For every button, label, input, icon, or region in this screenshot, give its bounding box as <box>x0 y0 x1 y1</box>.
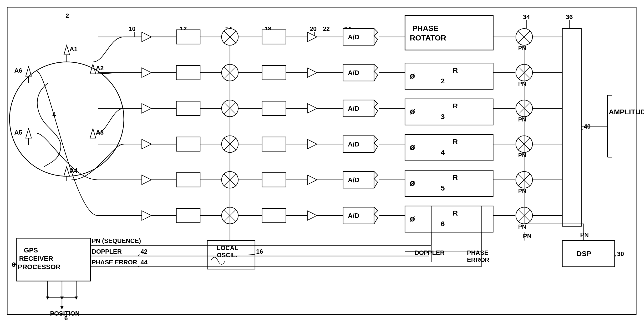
svg-text:A/D: A/D <box>348 212 359 219</box>
svg-rect-55 <box>176 101 200 116</box>
svg-rect-211 <box>562 28 581 226</box>
svg-text:34: 34 <box>523 13 530 20</box>
svg-rect-102 <box>262 101 286 116</box>
svg-text:PN (SEQUENCE): PN (SEQUENCE) <box>92 237 141 244</box>
svg-text:A/D: A/D <box>348 140 359 148</box>
svg-text:5: 5 <box>441 184 445 192</box>
svg-text:PN: PN <box>523 232 532 240</box>
svg-rect-155 <box>405 99 493 125</box>
svg-text:PN: PN <box>518 224 526 230</box>
svg-text:R: R <box>453 209 458 217</box>
svg-text:ø: ø <box>410 71 415 80</box>
svg-text:ø: ø <box>410 178 415 188</box>
svg-rect-104 <box>262 173 286 187</box>
svg-text:A/D: A/D <box>348 176 359 184</box>
diagram: A1 A2 A3 A4 A5 A6 2 4 <box>0 0 644 322</box>
svg-rect-101 <box>262 66 286 80</box>
svg-text:PHASE: PHASE <box>467 249 488 256</box>
svg-text:ERROR: ERROR <box>467 256 489 264</box>
svg-text:R: R <box>453 102 458 110</box>
svg-text:ROTATOR: ROTATOR <box>410 34 446 42</box>
svg-rect-163 <box>405 170 493 196</box>
svg-text:20: 20 <box>310 25 317 32</box>
svg-text:2: 2 <box>66 12 69 19</box>
svg-text:GPS: GPS <box>24 246 38 254</box>
svg-text:ø: ø <box>410 106 415 116</box>
svg-rect-100 <box>262 30 286 44</box>
svg-text:PROCESSOR: PROCESSOR <box>18 263 60 270</box>
svg-text:10: 10 <box>129 25 136 32</box>
svg-text:PN: PN <box>518 152 526 158</box>
svg-rect-105 <box>262 208 286 223</box>
svg-text:44: 44 <box>140 259 148 266</box>
svg-text:R: R <box>453 66 458 74</box>
svg-text:3: 3 <box>441 113 445 120</box>
svg-text:PHASE ERROR: PHASE ERROR <box>92 259 137 266</box>
svg-text:ø: ø <box>410 214 415 224</box>
svg-text:16: 16 <box>256 248 263 255</box>
svg-text:A2: A2 <box>96 64 104 72</box>
svg-text:A/D: A/D <box>348 105 359 112</box>
svg-text:R: R <box>453 174 458 181</box>
svg-text:OSCIL.: OSCIL. <box>217 252 238 259</box>
svg-text:DSP: DSP <box>576 250 591 258</box>
svg-text:DOPPLER: DOPPLER <box>414 249 444 256</box>
svg-rect-53 <box>176 30 200 44</box>
svg-text:AMPLITUDE: AMPLITUDE <box>609 108 644 116</box>
svg-text:R: R <box>453 138 458 146</box>
svg-text:PN: PN <box>518 45 526 51</box>
svg-text:A/D: A/D <box>348 33 359 41</box>
svg-text:4: 4 <box>441 148 445 156</box>
svg-text:22: 22 <box>323 25 330 32</box>
svg-rect-58 <box>176 208 200 223</box>
svg-text:PN: PN <box>518 80 526 87</box>
svg-text:PN: PN <box>580 231 589 238</box>
svg-rect-54 <box>176 66 200 80</box>
svg-rect-56 <box>176 137 200 151</box>
svg-text:ø: ø <box>410 142 415 152</box>
svg-text:A6: A6 <box>14 67 22 74</box>
svg-text:A1: A1 <box>70 46 78 53</box>
svg-text:A5: A5 <box>14 129 22 136</box>
svg-text:42: 42 <box>140 248 148 255</box>
svg-text:PN: PN <box>518 116 526 123</box>
svg-text:RECEIVER: RECEIVER <box>19 255 53 262</box>
svg-rect-103 <box>262 137 286 151</box>
svg-text:2: 2 <box>441 77 445 85</box>
svg-text:A/D: A/D <box>348 69 359 76</box>
svg-rect-159 <box>405 134 493 161</box>
svg-rect-148 <box>405 16 493 50</box>
svg-rect-167 <box>405 206 493 232</box>
svg-text:30: 30 <box>617 250 624 258</box>
svg-rect-151 <box>405 63 493 89</box>
svg-text:PHASE: PHASE <box>412 24 438 33</box>
svg-text:DOPPLER: DOPPLER <box>92 248 122 255</box>
svg-text:36: 36 <box>566 13 573 20</box>
svg-text:6: 6 <box>64 314 68 322</box>
svg-text:6: 6 <box>441 220 445 228</box>
svg-point-2 <box>10 62 124 176</box>
svg-text:PN: PN <box>518 188 526 194</box>
svg-rect-57 <box>176 173 200 187</box>
